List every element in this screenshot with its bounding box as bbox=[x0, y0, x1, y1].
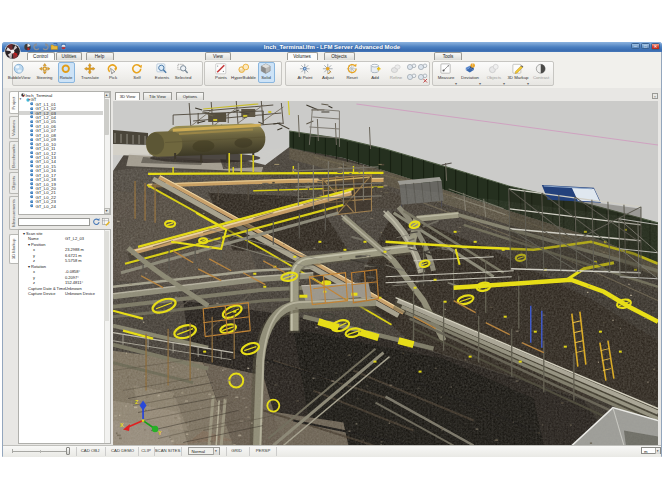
svg-text:Y: Y bbox=[158, 429, 162, 435]
svg-text:!: ! bbox=[472, 63, 473, 68]
svg-text:X: X bbox=[120, 421, 124, 427]
